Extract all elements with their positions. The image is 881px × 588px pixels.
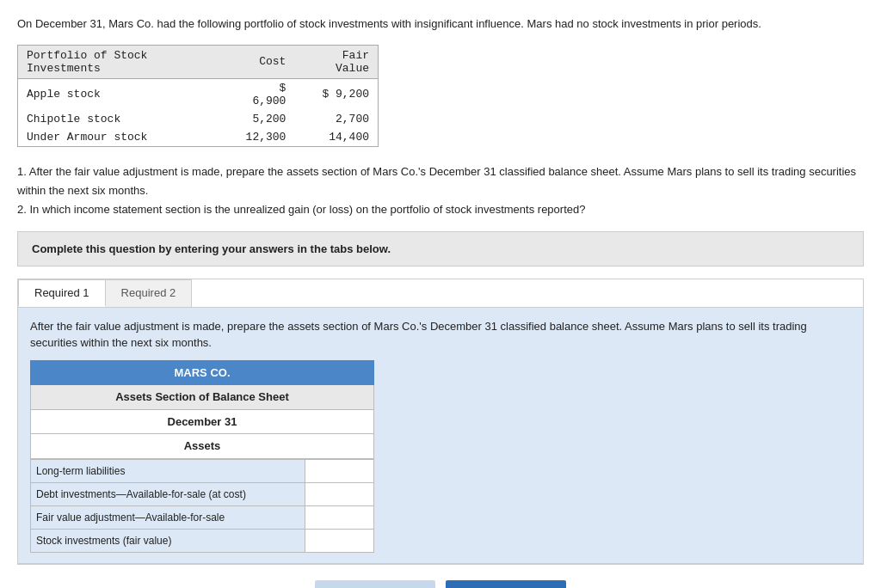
stock-name-1: Apple stock <box>18 78 231 110</box>
next-button[interactable]: Required 2 > <box>446 580 566 588</box>
portfolio-header-fv: Fair Value <box>294 46 378 79</box>
bs-input-4[interactable] <box>311 535 368 547</box>
table-row: Apple stock $ 6,900 $ 9,200 <box>18 78 378 110</box>
stock-cost-1: $ 6,900 <box>231 78 294 110</box>
bs-input-2[interactable] <box>311 488 368 500</box>
table-row: Chipotle stock 5,200 2,700 <box>18 110 378 128</box>
bs-company-name: MARS CO. <box>30 360 374 386</box>
bs-row3-label: Fair value adjustment—Available-for-sale <box>31 505 305 529</box>
question-1: 1. After the fair value adjustment is ma… <box>17 162 864 200</box>
bs-row-3: Fair value adjustment—Available-for-sale <box>31 505 374 529</box>
bs-row1-value[interactable] <box>305 459 374 482</box>
navigation-buttons: < Required 1 Required 2 > <box>17 580 864 588</box>
stock-fv-1: $ 9,200 <box>294 78 378 110</box>
prev-button[interactable]: < Required 1 <box>315 580 435 588</box>
tab1-label: Required 1 <box>34 286 89 299</box>
stock-fv-3: 14,400 <box>294 128 378 146</box>
stock-cost-3: 12,300 <box>231 128 294 146</box>
questions-section: 1. After the fair value adjustment is ma… <box>17 162 864 219</box>
balance-sheet: MARS CO. Assets Section of Balance Sheet… <box>30 360 374 553</box>
tab1-content: After the fair value adjustment is made,… <box>18 308 863 564</box>
bs-row4-value[interactable] <box>305 529 374 552</box>
bs-row3-value[interactable] <box>305 505 374 529</box>
intro-text: On December 31, Mars Co. had the followi… <box>17 15 864 33</box>
stock-fv-2: 2,700 <box>294 110 378 128</box>
tab-required1[interactable]: Required 1 <box>18 279 106 307</box>
stock-cost-2: 5,200 <box>231 110 294 128</box>
stock-name-3: Under Armour stock <box>18 128 231 146</box>
bs-row2-label: Debt investments—Available-for-sale (at … <box>31 482 305 505</box>
bs-title: Assets Section of Balance Sheet <box>30 385 374 410</box>
bs-date: December 31 <box>30 410 374 435</box>
question-2: 2. In which income statement section is … <box>17 200 864 219</box>
bs-row-1: Long-term liabilities <box>31 459 374 482</box>
tabs-header: Required 1 Required 2 <box>18 279 863 308</box>
bs-input-1[interactable] <box>311 465 368 477</box>
portfolio-table: Portfolio of Stock Investments Cost Fair… <box>17 45 379 147</box>
bs-table: Long-term liabilities Debt investments—A… <box>30 459 374 553</box>
bs-assets-header: Assets <box>30 434 374 459</box>
stock-name-2: Chipotle stock <box>18 110 231 128</box>
bs-input-3[interactable] <box>311 511 368 524</box>
bs-row4-label: Stock investments (fair value) <box>31 529 305 552</box>
tabs-container: Required 1 Required 2 After the fair val… <box>17 279 864 565</box>
complete-box-text: Complete this question by entering your … <box>32 242 391 255</box>
tab1-description: After the fair value adjustment is made,… <box>30 318 851 352</box>
bs-row2-value[interactable] <box>305 482 374 505</box>
table-row: Under Armour stock 12,300 14,400 <box>18 128 378 146</box>
complete-box: Complete this question by entering your … <box>17 231 864 266</box>
tab2-label: Required 2 <box>121 286 176 299</box>
portfolio-header-name: Portfolio of Stock Investments <box>18 46 231 79</box>
bs-row1-label: Long-term liabilities <box>31 459 305 482</box>
bs-row-2: Debt investments—Available-for-sale (at … <box>31 482 374 505</box>
portfolio-header-cost: Cost <box>231 46 294 79</box>
tab-required2[interactable]: Required 2 <box>105 279 193 307</box>
bs-row-4: Stock investments (fair value) <box>31 529 374 552</box>
